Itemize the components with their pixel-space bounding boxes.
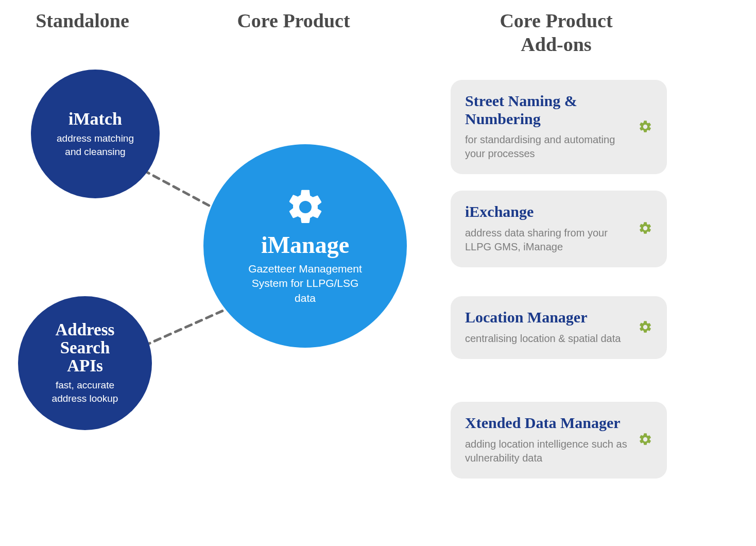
addon-card-street-naming: Street Naming & Numbering for standardis…: [451, 80, 667, 174]
column-header-addons-line1: Core Product: [500, 10, 612, 31]
column-header-core: Core Product: [216, 9, 371, 33]
core-circle-imanage: iManage Gazetteer Management System for …: [203, 144, 407, 348]
imatch-desc: address matching and cleansing: [49, 132, 142, 158]
addon-desc-2: centralising location & spatial data: [465, 332, 631, 346]
column-header-standalone: Standalone: [21, 9, 144, 33]
gear-icon: [638, 221, 652, 235]
column-header-addons-line2: Add-ons: [521, 33, 591, 55]
apis-title: Address Search APIs: [41, 321, 129, 374]
addon-desc-3: adding location intelligence such as vul…: [465, 437, 631, 465]
imanage-title: iManage: [261, 233, 349, 258]
standalone-circle-apis: Address Search APIs fast, accurate addre…: [18, 296, 152, 430]
gear-icon: [638, 432, 652, 447]
addon-title-2: Location Manager: [465, 309, 631, 327]
addon-card-iexchange: iExchange address data sharing from your…: [451, 191, 667, 267]
addon-title-1: iExchange: [465, 203, 631, 221]
addon-title-0: Street Naming & Numbering: [465, 92, 631, 128]
addon-card-xtended-data-manager: Xtended Data Manager adding location int…: [451, 402, 667, 479]
apis-desc: fast, accurate address lookup: [41, 379, 129, 405]
addon-desc-1: address data sharing from your LLPG GMS,…: [465, 226, 631, 254]
imanage-desc: Gazetteer Management System for LLPG/LSG…: [241, 262, 370, 305]
addon-card-location-manager: Location Manager centralising location &…: [451, 296, 667, 359]
imatch-title: iMatch: [68, 110, 122, 128]
gear-icon: [285, 186, 326, 228]
addon-desc-0: for standardising and automating your pr…: [465, 133, 631, 161]
gear-icon: [638, 320, 652, 334]
gear-icon: [638, 120, 652, 134]
addon-title-3: Xtended Data Manager: [465, 414, 631, 432]
standalone-circle-imatch: iMatch address matching and cleansing: [31, 70, 160, 198]
column-header-addons: Core Product Add-ons: [463, 9, 649, 56]
